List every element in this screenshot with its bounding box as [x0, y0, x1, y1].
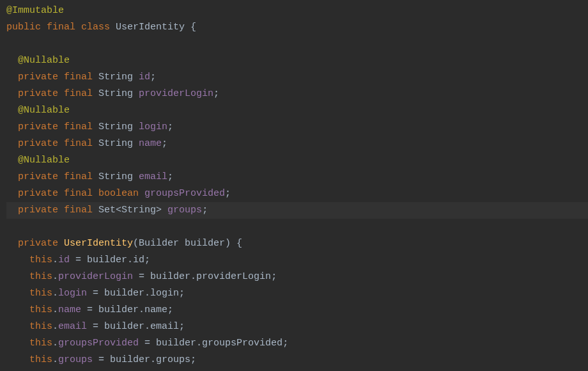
code-line[interactable]: private final String id; [6, 69, 588, 86]
token-ident: providerLogin [139, 88, 213, 99]
token-punct: ; [213, 88, 219, 99]
token-ident: id [58, 255, 70, 265]
token-white: = builder.email [87, 321, 179, 332]
code-line[interactable]: this.name = builder.name; [6, 302, 588, 319]
code-line[interactable]: this.providerLogin = builder.providerLog… [6, 269, 588, 285]
token-kw: final [64, 122, 98, 132]
token-kw: this [29, 271, 52, 282]
token-kw: this [29, 354, 52, 365]
token-anno: @Nullable [18, 55, 70, 66]
token-kw: class [81, 22, 116, 33]
token-kw: private [18, 188, 64, 199]
token-white: UserIdentity [116, 22, 190, 33]
token-ident: groups [58, 354, 93, 365]
token-punct: ; [202, 205, 208, 216]
token-ident: id [139, 72, 150, 83]
token-kw: private [18, 205, 64, 216]
token-type: String [98, 138, 139, 149]
code-editor[interactable]: @Immutablepublic final class UserIdentit… [0, 0, 588, 371]
code-line[interactable]: public final class UserIdentity { [6, 19, 588, 36]
token-kw: final [47, 22, 81, 33]
token-punct: . [52, 288, 58, 299]
token-punct: . [52, 304, 58, 315]
token-ident: email [58, 321, 87, 332]
token-kw: final [64, 171, 98, 182]
token-ident: name [58, 304, 81, 315]
token-ident: email [139, 171, 167, 182]
token-punct: . [52, 271, 58, 282]
token-type: String [98, 72, 139, 83]
token-type: String [98, 171, 139, 182]
token-punct: ; [150, 72, 156, 83]
token-kw: final [64, 88, 98, 99]
code-line[interactable]: private final String name; [6, 136, 588, 152]
token-kw: this [29, 288, 52, 299]
token-kw: final [64, 205, 98, 216]
token-white: = builder.providerLogin [133, 271, 271, 282]
code-line[interactable] [6, 219, 588, 235]
token-white: = builder.groups [93, 354, 190, 365]
code-line[interactable]: this.id = builder.id; [6, 252, 588, 269]
code-line[interactable]: @Immutable [6, 3, 588, 19]
code-line[interactable]: private final String providerLogin; [6, 86, 588, 102]
code-line[interactable]: } [6, 368, 588, 371]
token-punct: ; [225, 188, 231, 199]
token-white: = builder.id [70, 255, 144, 265]
code-line[interactable]: private final Set<String> groups; [6, 202, 588, 219]
token-ident: groupsProvided [144, 188, 225, 199]
code-line[interactable] [6, 36, 588, 52]
token-punct: { [190, 22, 196, 33]
token-anno: @Nullable [18, 105, 70, 116]
token-ident: groups [167, 205, 202, 216]
token-kw: private [18, 72, 64, 83]
code-line[interactable]: this.groupsProvided = builder.groupsProv… [6, 335, 588, 352]
token-punct: . [52, 255, 58, 265]
code-line[interactable]: @Nullable [6, 52, 588, 69]
token-punct: ; [167, 122, 173, 132]
token-white: = builder.name [81, 304, 167, 315]
code-line[interactable]: this.login = builder.login; [6, 285, 588, 302]
token-punct: . [52, 338, 58, 349]
token-punct: ; [162, 138, 167, 149]
token-type: Set [98, 205, 116, 216]
token-kw: final [64, 188, 98, 199]
code-line[interactable]: @Nullable [6, 152, 588, 169]
token-kw: private [18, 138, 64, 149]
token-kw: private [18, 88, 64, 99]
token-ident: groupsProvided [58, 338, 139, 349]
token-punct: ; [271, 271, 277, 282]
token-kw: this [29, 338, 52, 349]
token-type: String [98, 122, 139, 132]
code-line[interactable]: @Nullable [6, 102, 588, 119]
code-line[interactable]: this.email = builder.email; [6, 319, 588, 335]
token-kw: boolean [98, 188, 144, 199]
code-line[interactable]: private final String login; [6, 119, 588, 136]
token-punct: ; [167, 304, 173, 315]
token-punct: ) { [225, 238, 242, 249]
token-type: Builder [139, 238, 185, 249]
token-punct: ( [133, 238, 139, 249]
token-kw: this [29, 304, 52, 315]
code-line[interactable]: private final boolean groupsProvided; [6, 186, 588, 202]
code-line[interactable]: private final String email; [6, 169, 588, 186]
token-kw: final [64, 72, 98, 83]
token-ident: login [58, 288, 87, 299]
token-kw: private [18, 122, 64, 132]
token-punct: ; [144, 255, 150, 265]
token-kw: private [18, 238, 64, 249]
token-white: = builder.groupsProvided [139, 338, 282, 349]
token-kw: this [29, 255, 52, 265]
token-ident: providerLogin [58, 271, 133, 282]
token-kw: public [6, 22, 47, 33]
token-kw: final [64, 138, 98, 149]
token-kw: private [18, 171, 64, 182]
token-type: String [121, 205, 156, 216]
code-line[interactable]: this.groups = builder.groups; [6, 352, 588, 368]
token-ident: login [139, 122, 167, 132]
token-punct: ; [179, 288, 185, 299]
token-punct: ; [179, 321, 185, 332]
token-punct: . [52, 354, 58, 365]
token-type: String [98, 88, 139, 99]
token-gen: < [116, 205, 121, 216]
code-line[interactable]: private UserIdentity(Builder builder) { [6, 235, 588, 252]
